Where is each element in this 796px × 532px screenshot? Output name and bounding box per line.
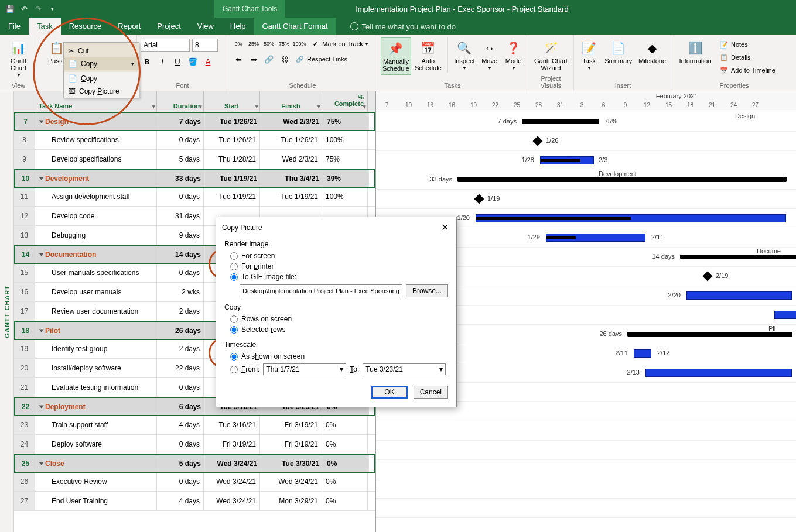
row-id[interactable]: 20 [14, 359, 35, 377]
gif-path-input[interactable] [240, 284, 402, 297]
col-start[interactable]: Start▾ [204, 91, 260, 112]
task-name-cell[interactable]: Executive Review [35, 472, 157, 491]
row-id[interactable]: 21 [14, 378, 35, 397]
gantt-wizard-button[interactable]: 🪄 Gantt Chart Wizard [532, 37, 570, 74]
table-row[interactable]: 11Assign development staff0 daysTue 1/19… [14, 187, 375, 207]
duration-cell[interactable]: 4 days [157, 416, 204, 434]
font-size-select[interactable] [192, 39, 218, 52]
cancel-button[interactable]: Cancel [414, 386, 448, 399]
unlink-button[interactable]: ⛓ [278, 53, 291, 66]
duration-cell[interactable]: 4 days [157, 492, 204, 510]
to-gif-radio[interactable]: To GIF image file: [224, 272, 448, 282]
task-name-cell[interactable]: Debugging [35, 226, 157, 245]
tab-task[interactable]: Task [29, 18, 61, 35]
outdent-button[interactable]: ⬅ [232, 53, 245, 66]
row-id[interactable]: 13 [14, 226, 35, 245]
duration-cell[interactable]: 14 days [158, 246, 205, 263]
start-cell[interactable]: Tue 3/16/21 [204, 416, 260, 434]
start-cell[interactable]: Wed 3/24/21 [205, 455, 261, 472]
start-cell[interactable]: Wed 3/24/21 [204, 472, 260, 491]
save-icon[interactable]: 💾 [5, 4, 15, 14]
link-button[interactable]: 🔗 [262, 53, 275, 66]
from-date-select[interactable]: Thu 1/7/21▾ [263, 363, 346, 375]
start-cell[interactable]: Fri 3/19/21 [204, 435, 260, 454]
row-id[interactable]: 10 [15, 170, 36, 187]
rows-on-screen-radio[interactable]: Rows on screen [224, 314, 448, 324]
font-color-button[interactable]: A [201, 55, 214, 68]
task-name-cell[interactable]: Train support staff [35, 416, 157, 434]
duration-cell[interactable]: 26 days [158, 322, 205, 339]
row-id[interactable]: 14 [15, 246, 36, 263]
ok-button[interactable]: OK [371, 386, 407, 399]
row-id[interactable]: 23 [14, 416, 35, 434]
notes-button[interactable]: 📝Notes [717, 39, 778, 50]
duration-cell[interactable]: 31 days [157, 207, 204, 225]
task-name-cell[interactable]: Develop specifications [35, 150, 157, 169]
tab-view[interactable]: View [189, 18, 222, 35]
task-name-cell[interactable]: Design [36, 113, 158, 130]
tab-project[interactable]: Project [149, 18, 189, 35]
add-timeline-button[interactable]: 📅Add to Timeline [717, 64, 778, 76]
inspect-button[interactable]: 🔍 Inspect▾ [453, 37, 477, 73]
copy-split-button[interactable]: 📄Copy▾ [64, 57, 139, 70]
finish-cell[interactable]: Tue 1/26/21 [260, 131, 322, 149]
summary-button[interactable]: 📄 Summary [603, 37, 634, 67]
start-cell[interactable]: Tue 1/19/21 [204, 187, 260, 206]
duration-cell[interactable]: 0 days [157, 378, 204, 397]
milestone-button[interactable]: ◆ Milestone [636, 37, 668, 67]
col-complete[interactable]: %Complete▾ [322, 91, 368, 112]
tab-help[interactable]: Help [222, 18, 254, 35]
table-row[interactable]: 25Close5 daysWed 3/24/21Tue 3/30/210% [14, 454, 375, 473]
task-name-cell[interactable]: Assign development staff [35, 187, 157, 206]
duration-cell[interactable]: 0 days [157, 131, 204, 149]
task-name-cell[interactable]: Review specifications [35, 131, 157, 149]
duration-cell[interactable]: 2 days [157, 339, 204, 358]
row-id[interactable]: 12 [14, 207, 35, 225]
table-row[interactable]: 26Executive Review0 daysWed 3/24/21Wed 3… [14, 472, 375, 492]
row-id[interactable]: 19 [14, 339, 35, 358]
task-name-cell[interactable]: Deploy software [35, 435, 157, 454]
pct50-button[interactable]: 50% [262, 37, 275, 50]
duration-cell[interactable]: 0 days [157, 435, 204, 454]
for-printer-radio[interactable]: For printer [224, 261, 448, 272]
duration-cell[interactable]: 5 days [157, 150, 204, 169]
duration-cell[interactable]: 2 days [157, 302, 204, 321]
underline-button[interactable]: U [171, 55, 184, 68]
mode-button[interactable]: ❓ Mode▾ [503, 37, 524, 73]
pct100-button[interactable]: 100% [293, 37, 306, 50]
col-finish[interactable]: Finish▾ [260, 91, 322, 112]
view-strip[interactable]: GANTT CHART [0, 91, 14, 532]
for-screen-radio[interactable]: For screen [224, 250, 448, 261]
italic-button[interactable]: I [156, 55, 169, 68]
duration-cell[interactable]: 0 days [157, 472, 204, 491]
tab-resource[interactable]: Resource [61, 18, 110, 35]
task-name-cell[interactable]: User manuals specifications [35, 263, 157, 282]
task-name-cell[interactable]: End User Training [35, 492, 157, 510]
finish-cell[interactable]: Wed 3/24/21 [260, 472, 322, 491]
row-id[interactable]: 18 [15, 322, 36, 339]
start-cell[interactable]: Tue 1/26/21 [204, 131, 260, 149]
complete-cell[interactable]: 100% [322, 187, 368, 206]
row-id[interactable]: 24 [14, 435, 35, 454]
task-name-cell[interactable]: Pilot [36, 322, 158, 339]
task-name-cell[interactable]: Close [36, 455, 158, 472]
finish-cell[interactable]: Fri 3/19/21 [260, 435, 322, 454]
pct75-button[interactable]: 75% [278, 37, 291, 50]
row-id[interactable]: 7 [15, 113, 36, 130]
duration-cell[interactable]: 6 days [158, 398, 205, 415]
copy-menu-item[interactable]: 📄Copy [64, 72, 139, 85]
indent-button[interactable]: ➡ [247, 53, 260, 66]
task-name-cell[interactable]: Review user documentation [35, 302, 157, 321]
pct25-button[interactable]: 25% [247, 37, 260, 50]
duration-cell[interactable]: 5 days [158, 455, 205, 472]
complete-cell[interactable]: 75% [322, 150, 368, 169]
table-row[interactable]: 8Review specifications0 daysTue 1/26/21T… [14, 131, 375, 150]
finish-cell[interactable]: Fri 3/19/21 [260, 416, 322, 434]
complete-cell[interactable]: 0% [322, 416, 368, 434]
task-name-cell[interactable]: Development [36, 170, 158, 187]
manually-schedule-button[interactable]: 📌 Manually Schedule [381, 37, 411, 75]
row-id[interactable]: 8 [14, 131, 35, 149]
mark-on-track-button[interactable]: ✔Mark on Track▾ [308, 38, 370, 50]
as-shown-radio[interactable]: As shown on screen [224, 351, 448, 362]
copy-picture-menu-item[interactable]: 🖼Copy Picture [64, 85, 139, 98]
